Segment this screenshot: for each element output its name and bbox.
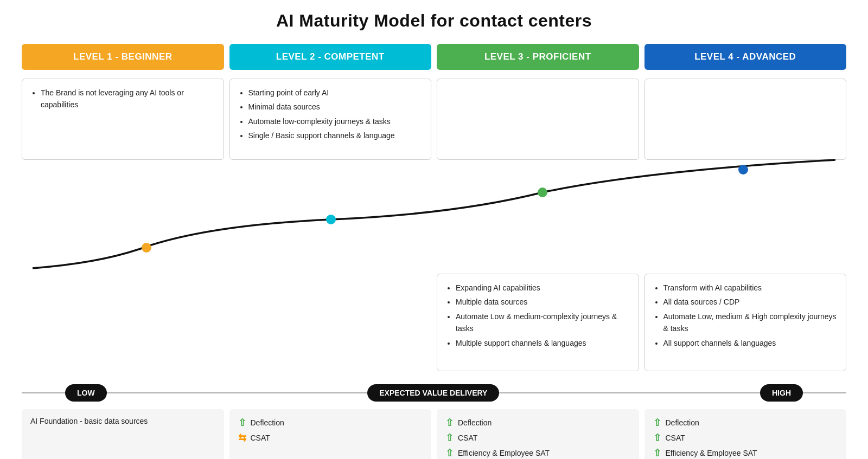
desc-2-item-2: Minimal data sources xyxy=(248,101,423,113)
axis-high-label: HIGH xyxy=(760,384,803,402)
bdesc-3-item-4: Multiple support channels & languages xyxy=(456,337,630,349)
col-3-top xyxy=(437,79,639,160)
level-badge-2: LEVEL 2 - COMPETENT xyxy=(229,44,432,70)
axis-mid-label: EXPECTED VALUE DELIVERY xyxy=(367,384,499,402)
level-badge-3: LEVEL 3 - PROFICIENT xyxy=(437,44,639,70)
bdesc-3-item-3: Automate Low & medium-complexity journey… xyxy=(456,311,630,335)
level-badge-4: LEVEL 4 - ADVANCED xyxy=(644,44,847,70)
maturity-curve-chart xyxy=(22,154,846,279)
metric-row-csat-4: ⇧ CSAT xyxy=(653,432,838,444)
col-4-bottom: Transform with AI capabilities All data … xyxy=(644,274,847,371)
metric-label-csat-3: CSAT xyxy=(458,434,477,442)
value-card-2: ⇧ Deflection ⇆ CSAT xyxy=(229,409,432,459)
metric-row-csat-2: ⇆ CSAT xyxy=(238,432,423,444)
arrow-up-icon-3-2: ⇧ xyxy=(445,432,454,444)
metric-label-csat-2: CSAT xyxy=(251,434,270,442)
desc-box-empty-bottom-2 xyxy=(229,274,432,371)
col-1-bottom xyxy=(22,274,224,371)
top-desc-row: The Brand is not leveraging any AI tools… xyxy=(22,79,846,160)
metric-label-efficiency-3: Efficiency & Employee SAT xyxy=(458,449,550,457)
col-1: The Brand is not leveraging any AI tools… xyxy=(22,79,224,160)
col-2: Starting point of early AI Minimal data … xyxy=(229,79,432,160)
metric-row-efficiency-3: ⇧ Efficiency & Employee SAT xyxy=(445,447,630,459)
value-card-1: AI Foundation - basic data sources xyxy=(22,409,224,459)
arrow-both-icon-2: ⇆ xyxy=(238,432,246,444)
value-card-4: ⇧ Deflection ⇧ CSAT ⇧ Efficiency & Emplo… xyxy=(644,409,847,459)
desc-2-item-1: Starting point of early AI xyxy=(248,87,423,99)
desc-1-item-1: The Brand is not leveraging any AI tools… xyxy=(41,87,215,111)
value-axis-row: LOW EXPECTED VALUE DELIVERY HIGH xyxy=(22,384,846,402)
metric-label-deflection-4: Deflection xyxy=(666,418,699,427)
arrow-up-icon-3-1: ⇧ xyxy=(445,417,454,429)
metric-row-csat-3: ⇧ CSAT xyxy=(445,432,630,444)
desc-2-item-3: Automate low-complexity journeys & tasks xyxy=(248,115,423,127)
dot-level-3 xyxy=(538,188,547,197)
arrow-up-icon-4-1: ⇧ xyxy=(653,417,661,429)
dot-level-1 xyxy=(142,243,151,253)
arrow-up-icon-4-3: ⇧ xyxy=(653,447,661,459)
desc-box-empty-3 xyxy=(437,79,639,160)
dot-level-2 xyxy=(326,215,336,224)
axis-low-label: LOW xyxy=(65,384,107,402)
desc-box-2: Starting point of early AI Minimal data … xyxy=(229,79,432,160)
arrow-up-icon-2-1: ⇧ xyxy=(238,417,246,429)
metric-row-deflection-4: ⇧ Deflection xyxy=(653,417,838,429)
metric-label-efficiency-4: Efficiency & Employee SAT xyxy=(666,449,757,457)
value-section: LOW EXPECTED VALUE DELIVERY HIGH AI Foun… xyxy=(22,384,846,459)
bdesc-4-item-3: Automate Low, medium & High complexity j… xyxy=(663,311,838,335)
metric-label-deflection-3: Deflection xyxy=(458,418,492,427)
bottom-desc-row: Expanding AI capabilities Multiple data … xyxy=(22,274,846,371)
bdesc-3-item-2: Multiple data sources xyxy=(456,296,630,308)
bdesc-4-item-2: All data sources / CDP xyxy=(663,296,838,308)
main-content-area: The Brand is not leveraging any AI tools… xyxy=(22,79,846,371)
metric-label-csat-4: CSAT xyxy=(666,434,685,442)
level-badge-1: LEVEL 1 - BEGINNER xyxy=(22,44,224,70)
arrow-up-icon-3-3: ⇧ xyxy=(445,447,454,459)
page-title: AI Maturity Model for contact centers xyxy=(22,11,846,31)
desc-box-empty-4 xyxy=(644,79,847,160)
dot-level-4 xyxy=(738,165,748,174)
desc-2-item-4: Single / Basic support channels & langua… xyxy=(248,130,423,141)
col-3-bottom: Expanding AI capabilities Multiple data … xyxy=(437,274,639,371)
desc-box-bottom-3: Expanding AI capabilities Multiple data … xyxy=(437,274,639,371)
desc-box-bottom-4: Transform with AI capabilities All data … xyxy=(644,274,847,371)
bdesc-3-item-1: Expanding AI capabilities xyxy=(456,282,630,294)
metric-row-deflection-3: ⇧ Deflection xyxy=(445,417,630,429)
bdesc-4-item-1: Transform with AI capabilities xyxy=(663,282,838,294)
metric-label-deflection-2: Deflection xyxy=(251,418,284,427)
value-card-3: ⇧ Deflection ⇧ CSAT ⇧ Efficiency & Emplo… xyxy=(437,409,639,459)
chart-area xyxy=(22,154,846,279)
col-4-top xyxy=(644,79,847,160)
desc-box-1: The Brand is not leveraging any AI tools… xyxy=(22,79,224,160)
levels-row: LEVEL 1 - BEGINNER LEVEL 2 - COMPETENT L… xyxy=(22,44,846,70)
value-card-1-text: AI Foundation - basic data sources xyxy=(30,417,148,425)
arrow-up-icon-4-2: ⇧ xyxy=(653,432,661,444)
metric-row-deflection-2: ⇧ Deflection xyxy=(238,417,423,429)
value-cards-row: AI Foundation - basic data sources ⇧ Def… xyxy=(22,409,846,459)
metric-row-efficiency-4: ⇧ Efficiency & Employee SAT xyxy=(653,447,838,459)
col-2-bottom xyxy=(229,274,432,371)
bdesc-4-item-4: All support channels & languages xyxy=(663,337,838,349)
desc-box-empty-bottom-1 xyxy=(22,274,224,371)
